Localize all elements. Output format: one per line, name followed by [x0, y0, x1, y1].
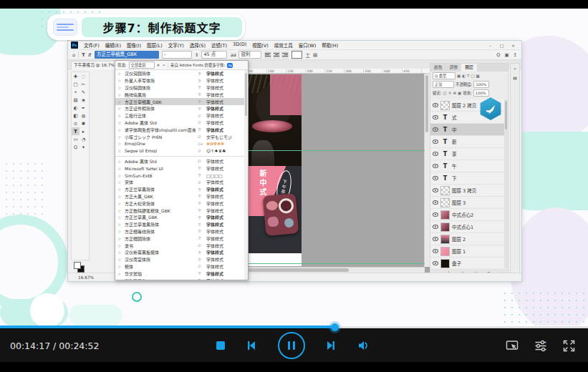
progress-bar[interactable] [0, 325, 588, 329]
align-right-icon[interactable] [281, 52, 289, 59]
font-list-item[interactable]: ☆ 腾祥倩黑简 Tr 字体样式 [115, 91, 244, 98]
visibility-eye-icon[interactable] [433, 164, 438, 168]
layer-filter-icon[interactable]: ◐ [462, 74, 466, 78]
favorite-star-icon[interactable]: ☆ [117, 208, 122, 213]
favorite-star-icon[interactable]: ☆ [117, 243, 122, 248]
font-list-item[interactable]: ☆ 汉仪晴圆体简 Tr 字体样式 [115, 84, 244, 92]
visibility-eye-icon[interactable] [433, 140, 438, 144]
font-list-scrollbar[interactable] [244, 70, 248, 280]
favorite-star-icon[interactable]: ☆ [117, 229, 122, 234]
font-list-item[interactable]: ☆ EmojiOne Ca ❀✿❁✾❃ [115, 140, 244, 147]
tool-icon[interactable]: ◧ [72, 112, 79, 119]
layer-row[interactable]: 图层 1 [430, 245, 505, 258]
font-list-item[interactable]: ☆ 方正细圆简体 Tr 字体样式 [115, 235, 244, 242]
favorite-star-icon[interactable]: ☆ [117, 148, 122, 153]
tool-icon[interactable]: ▢ [72, 80, 79, 88]
tool-icon[interactable]: ◌ [79, 72, 87, 80]
visibility-eye-icon[interactable] [433, 237, 438, 241]
tool-icon[interactable]: ⊙ [72, 119, 79, 127]
blend-mode-select[interactable]: 正常 [433, 81, 454, 88]
font-list-item[interactable]: ☆ 隶书 O 字体样式 [115, 242, 244, 249]
favorite-star-icon[interactable]: ☆ [117, 134, 122, 140]
font-list-item[interactable]: ☆ 方正细等线简体 Tr 字体样式 [115, 228, 244, 235]
tool-icon[interactable]: ✎ [79, 88, 87, 96]
zoom-level[interactable]: 16.67% [78, 275, 94, 280]
layer-row[interactable]: 图层 3 [430, 197, 505, 209]
layer-filter-select[interactable]: Q 类型 [433, 72, 456, 79]
font-list-item[interactable]: ☆ 三极行云体 O 字体样式 [115, 112, 244, 119]
tool-icon[interactable]: ◍ [79, 112, 87, 119]
screenshot-tool-icon[interactable] [506, 340, 519, 352]
layer-list-scrollbar[interactable] [504, 99, 508, 268]
favorite-star-icon[interactable]: ☆ [117, 271, 122, 276]
panel-tab[interactable]: 图层 [461, 64, 477, 72]
layer-filter-icon[interactable]: ▣ [457, 74, 461, 78]
font-list-item[interactable]: ☆ 华文琥珀 Tr 字体样式 [115, 270, 244, 277]
favorite-star-icon[interactable]: ☆ [117, 127, 122, 132]
warp-text-icon[interactable]: 工 [305, 52, 310, 59]
favorite-star-icon[interactable]: ☆ [117, 141, 122, 146]
layer-filter-icon[interactable]: T [467, 74, 469, 78]
favorite-star-icon[interactable]: ☆ [117, 215, 122, 220]
favorite-star-icon[interactable]: ☆ [117, 78, 122, 83]
favorite-star-icon[interactable]: ☆ [117, 194, 122, 199]
font-list-item[interactable]: ☆ 方正兰亭细黑_GBK Tr 字体样式 [115, 98, 244, 105]
anti-alias-select[interactable]: 锐利 [238, 51, 261, 59]
font-list-item[interactable]: ☆ Segoe UI Emoji O ☺✌♠♛♣ [115, 147, 244, 155]
font-list-item[interactable]: ☆ 汉仪新蒂黑板报体 Tr 字体样式 [115, 249, 244, 256]
creative-cloud-icon[interactable]: Cc [227, 63, 233, 68]
favorite-star-icon[interactable]: ☆ [117, 71, 122, 76]
layer-row[interactable]: 图层 3 拷贝 [430, 185, 505, 197]
layer-row[interactable]: 图层 2 [430, 233, 505, 245]
tool-icon[interactable]: ▤ [72, 96, 79, 104]
stop-button[interactable] [216, 341, 225, 350]
font-list-item[interactable]: ☆ 方正数码硬笔楷体_GBK Tr 字体样式 [115, 207, 244, 214]
show-similar-icon[interactable]: ≈ [162, 63, 165, 67]
layer-filter-icon[interactable]: ▦ [476, 74, 480, 78]
menu-item[interactable]: 文字(Y) [168, 41, 184, 49]
menu-item[interactable]: 选择(S) [190, 41, 206, 49]
font-list-item[interactable]: ☆ Microsoft YaHei UI Tr 字体样式 [115, 165, 244, 172]
layer-row[interactable]: T 午 [430, 160, 505, 172]
layer-thumbnail[interactable]: T [440, 125, 450, 134]
favorite-star-icon[interactable]: ☆ [117, 236, 122, 241]
font-list-item[interactable]: ☆ 方正大黑_GBK Tr 字体样式 [115, 193, 244, 200]
menu-item[interactable]: 增效工具 [274, 41, 293, 49]
next-button[interactable] [325, 340, 337, 351]
tool-icon[interactable]: ▸ [79, 127, 87, 135]
type-tool-icon[interactable]: T [82, 52, 85, 58]
visibility-eye-icon[interactable] [433, 127, 438, 132]
align-left-icon[interactable] [264, 52, 271, 59]
font-list-item[interactable]: ☆ 求字体网免费字体shqiuziti.com查询,免费体） Tr 字体样式 [115, 126, 244, 133]
visibility-eye-icon[interactable] [433, 176, 438, 180]
layer-row[interactable]: T 新 [430, 136, 505, 148]
layer-thumbnail[interactable] [440, 259, 450, 268]
font-list-item[interactable]: ☆ 宋体 O 字体样式 [115, 179, 244, 186]
lock-icon[interactable]: ✛ [448, 91, 452, 95]
layer-thumbnail[interactable] [440, 247, 450, 256]
favorite-star-icon[interactable]: ☆ [117, 222, 122, 227]
tool-icon[interactable]: ◈ [79, 96, 87, 104]
favorite-star-icon[interactable]: ☆ [117, 99, 122, 104]
visibility-eye-icon[interactable] [433, 212, 438, 217]
favorite-star-icon[interactable]: ☆ [117, 120, 122, 125]
ps-canvas-area[interactable]: 50100150200250300350400450 新中式 下午茶 [247, 69, 430, 273]
favorite-star-icon[interactable]: ☆ [117, 113, 122, 118]
visibility-eye-icon[interactable] [433, 188, 438, 192]
font-list-item[interactable]: ☆ 外星人手写体简 Tr 字体样式 [115, 77, 244, 84]
layer-thumbnail[interactable] [440, 210, 450, 220]
layer-row[interactable]: 中式点心2 [430, 209, 505, 221]
fullscreen-icon[interactable] [563, 340, 575, 352]
font-list-item[interactable]: ☆ 楷体 O 字体样式 [115, 263, 244, 270]
lock-icon[interactable]: ◫ [443, 91, 447, 95]
layer-row[interactable]: T 下 [430, 172, 505, 185]
tool-icon[interactable]: ✦ [79, 143, 87, 151]
menu-item[interactable]: 3D(D) [233, 41, 246, 49]
visibility-eye-icon[interactable] [433, 152, 438, 156]
favorite-star-icon[interactable]: ☆ [117, 106, 122, 111]
menu-item[interactable]: 帮助(H) [322, 41, 338, 49]
favorite-star-icon[interactable]: ☆ [117, 264, 122, 269]
favorite-star-icon[interactable]: ☆ [117, 278, 122, 280]
font-list-item[interactable]: ☆ 小塚ゴシック Pr6N O 文字もじモジ [115, 133, 244, 140]
layer-thumbnail[interactable] [440, 222, 450, 232]
